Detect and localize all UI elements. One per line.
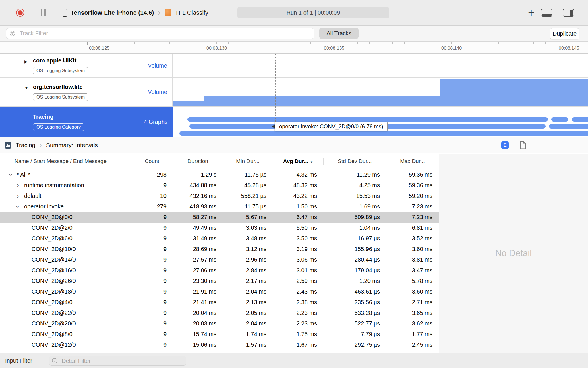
row-value: 11.75 µs: [223, 169, 266, 180]
row-name-cell: CONV_2D@4/0: [0, 297, 131, 308]
table-row[interactable]: CONV_2D@10/0928.69 ms3.12 ms3.19 ms155.9…: [0, 244, 439, 254]
row-value: 235.56 µs: [323, 297, 380, 308]
row-value: 7.79 µs: [323, 329, 380, 340]
lane-label: 4 Graphs: [144, 119, 167, 125]
ruler-tick: [29, 42, 29, 44]
table-row[interactable]: ›operator invoke279418.93 ms11.75 µs1.50…: [0, 201, 439, 212]
table-row[interactable]: CONV_2D@12/0915.06 ms1.57 ms1.67 ms292.7…: [0, 340, 439, 350]
ruler-tick: [193, 42, 193, 44]
table-row[interactable]: CONV_2D@0/0958.27 ms5.67 ms6.47 ms509.89…: [0, 212, 439, 223]
row-name: CONV_2D@8/0: [32, 331, 73, 337]
row-disclosure-icon[interactable]: ›: [12, 206, 23, 208]
ruler-tick: [205, 42, 205, 45]
inspection-playhead[interactable]: [275, 54, 276, 122]
column-header-stddev[interactable]: Std Dev Dur...: [323, 154, 386, 169]
ruler-label: 00:08.130: [206, 46, 227, 51]
row-value: 3.19 ms: [273, 244, 317, 254]
row-value: 28.69 ms: [173, 244, 216, 254]
table-row[interactable]: CONV_2D@14/0927.57 ms2.96 ms3.06 ms280.4…: [0, 254, 439, 265]
breadcrumb-root[interactable]: Tracing: [16, 142, 35, 149]
table-row[interactable]: CONV_2D@4/0921.41 ms2.13 ms2.38 ms235.56…: [0, 297, 439, 308]
row-value: 23.30 ms: [173, 276, 216, 286]
row-disclosure-icon[interactable]: ›: [5, 174, 16, 176]
row-name-cell: ›* All *: [0, 169, 131, 180]
row-value: 59.20 ms: [386, 191, 432, 201]
disclosure-collapsed-icon[interactable]: ▶: [24, 58, 28, 65]
row-value: 6.81 ms: [386, 223, 432, 233]
table-row[interactable]: CONV_2D@2/0949.49 ms3.03 ms5.50 ms1.04 m…: [0, 223, 439, 233]
row-disclosure-icon[interactable]: ›: [17, 180, 19, 191]
row-value: 7.23 ms: [386, 201, 432, 212]
table-row[interactable]: CONV_2D@22/0920.04 ms2.05 ms2.23 ms533.2…: [0, 308, 439, 318]
track-title: org.tensorflow.lite: [33, 84, 83, 90]
row-name: operator invoke: [24, 203, 64, 210]
row-value: 48.32 ms: [273, 180, 317, 191]
row-value: 2.04 ms: [223, 286, 266, 297]
ruler-tick: [158, 42, 158, 44]
device-selector[interactable]: Tensorflow Lite iPhone (14.6) › TFL Clas…: [63, 7, 208, 18]
row-name-cell: CONV_2D@16/0: [0, 265, 131, 276]
add-instrument-button[interactable]: +: [525, 6, 537, 20]
volume-graph-bar: [173, 101, 204, 106]
ruler-tick: [451, 42, 452, 44]
table-row[interactable]: CONV_2D@26/0923.30 ms2.17 ms2.59 ms1.20 …: [0, 276, 439, 286]
ruler-label: 00:08.125: [89, 46, 109, 51]
ruler-tick: [404, 42, 405, 44]
ruler-tick: [334, 42, 334, 44]
timeline-ruler[interactable]: 00:08.12500:08.13000:08.13500:08.14000:0…: [0, 42, 588, 54]
table-row[interactable]: ›* All *2981.29 s11.75 µs4.32 ms11.29 ms…: [0, 169, 439, 180]
column-header-max[interactable]: Max Dur...: [386, 154, 439, 169]
row-name-cell: CONV_2D@22/0: [0, 308, 131, 318]
row-value: 15.74 ms: [173, 329, 216, 340]
row-value: 27.06 ms: [173, 265, 216, 276]
table-row[interactable]: CONV_2D@8/0915.74 ms1.74 ms1.75 ms7.79 µ…: [0, 329, 439, 340]
row-value: 10: [131, 191, 167, 201]
track-row-tensorflow[interactable]: ▼ org.tensorflow.lite OS Logging Subsyst…: [0, 78, 588, 107]
all-tracks-button[interactable]: All Tracks: [319, 28, 359, 39]
row-name: default: [24, 193, 41, 199]
table-row[interactable]: CONV_2D@18/0921.91 ms2.04 ms2.43 ms463.6…: [0, 286, 439, 297]
row-name: CONV_2D@2/0: [32, 225, 73, 231]
track-row-uikit[interactable]: ▶ com.apple.UIKit OS Logging Subsystem V…: [0, 54, 588, 78]
ruler-tick: [557, 42, 557, 45]
track-filter-input[interactable]: [6, 28, 314, 39]
table-row[interactable]: CONV_2D@20/0920.03 ms2.04 ms2.23 ms522.7…: [0, 318, 439, 329]
row-value: 9: [131, 180, 167, 191]
detail-pane: No Detail: [439, 154, 588, 353]
pause-button[interactable]: [41, 9, 47, 16]
table-row[interactable]: ›runtime instrumentation9434.88 ms45.28 …: [0, 180, 439, 191]
column-header-name[interactable]: Name / Start Message / End Message: [0, 154, 131, 169]
duplicate-button[interactable]: Duplicate: [550, 28, 579, 39]
ruler-tick: [228, 42, 229, 44]
column-header-count[interactable]: Count: [131, 154, 173, 169]
column-header-avg[interactable]: Avg Dur...∨: [273, 154, 323, 169]
ruler-tick: [17, 42, 17, 44]
row-disclosure-icon[interactable]: ›: [17, 191, 19, 201]
detail-filter-input[interactable]: [49, 356, 186, 366]
row-value: 4.25 ms: [323, 180, 380, 191]
row-value: 9: [131, 297, 167, 308]
record-button[interactable]: [16, 9, 24, 17]
table-row[interactable]: ›default10432.16 ms558.21 µs43.22 ms15.5…: [0, 191, 439, 201]
ruler-tick: [463, 42, 463, 44]
ruler-tick: [64, 42, 64, 44]
ruler-tick: [357, 42, 358, 44]
row-value: 3.60 ms: [386, 286, 432, 297]
ruler-tick: [216, 42, 217, 44]
row-value: 59.36 ms: [386, 180, 432, 191]
column-header-duration[interactable]: Duration: [173, 154, 223, 169]
tooltip-arrow-icon: [272, 124, 275, 129]
right-pane-toggle-icon[interactable]: [563, 9, 574, 17]
track-lane[interactable]: [173, 78, 588, 106]
table-row[interactable]: CONV_2D@16/0927.06 ms2.84 ms3.01 ms179.0…: [0, 265, 439, 276]
row-value: 522.77 µs: [323, 318, 380, 329]
disclosure-expanded-icon[interactable]: ▼: [24, 85, 28, 91]
track-lane[interactable]: [173, 54, 588, 77]
column-header-min[interactable]: Min Dur...: [223, 154, 273, 169]
table-row[interactable]: CONV_2D@6/0931.49 ms3.48 ms3.50 ms16.97 …: [0, 233, 439, 244]
expanded-detail-button[interactable]: E: [501, 141, 509, 149]
bottom-pane-toggle-icon[interactable]: [541, 9, 552, 17]
document-icon[interactable]: [520, 141, 526, 149]
row-value: 9: [131, 233, 167, 244]
row-name-cell: CONV_2D@0/0: [0, 212, 131, 223]
